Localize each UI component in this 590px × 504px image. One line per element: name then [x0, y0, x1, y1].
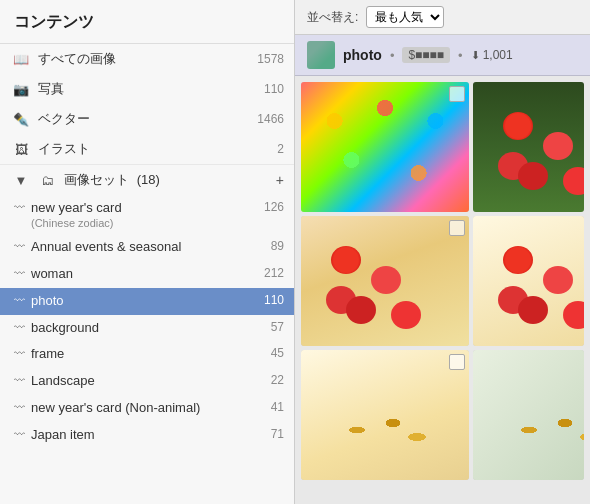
info-download: ⬇ 1,001 [471, 48, 513, 62]
tomato-image [301, 216, 469, 346]
select-checkbox-candy[interactable] [449, 86, 465, 102]
sidebar-label-vector: ベクター [38, 110, 257, 128]
image-grid [295, 76, 590, 504]
candy-image [301, 82, 469, 212]
camera-icon: 📷 [12, 82, 30, 97]
extra-image [473, 350, 584, 480]
sub-label-new-years-non: new year's card (Non-animal) [31, 400, 265, 417]
sort-select[interactable]: 最も人気 新着順 古い順 [366, 6, 444, 28]
sidebar-label-photo: 写真 [38, 80, 264, 98]
herb-image [473, 82, 584, 212]
sort-label: 並べ替え: [307, 9, 358, 26]
sub-label-woman: woman [31, 266, 258, 283]
wave-icon-7: 〰 [14, 401, 25, 413]
image-set-label: 画像セット (18) [64, 171, 270, 189]
sub-items-list: 〰 new year's card (Chinese zodiac) 126 〰… [0, 195, 294, 449]
sub-count-photo-set: 110 [264, 293, 284, 307]
image-row-2 [301, 216, 584, 346]
sidebar-item-photo[interactable]: 📷 写真 110 [0, 74, 294, 104]
main-content: 並べ替え: 最も人気 新着順 古い順 photo • $■■■■ • ⬇ 1,0… [295, 0, 590, 504]
sidebar-count-vector: 1466 [257, 112, 284, 126]
image-item-pasta2[interactable] [473, 216, 584, 346]
sub-label-photo-set: photo [31, 293, 258, 310]
sub-label-background: background [31, 320, 265, 337]
wave-icon-5: 〰 [14, 347, 25, 359]
dl-count: 1,001 [483, 48, 513, 62]
pasta-image [301, 350, 469, 480]
sidebar-item-frame[interactable]: 〰 frame 45 [0, 341, 294, 368]
add-set-button[interactable]: + [276, 172, 284, 188]
download-icon: ⬇ [471, 49, 480, 62]
info-title: photo [343, 47, 382, 63]
sub-count-japan-item: 71 [271, 427, 284, 441]
sub-count-background: 57 [271, 320, 284, 334]
info-sep-2: • [458, 48, 463, 63]
info-thumbnail [307, 41, 335, 69]
sub-count-landscape: 22 [271, 373, 284, 387]
sidebar-count-all-images: 1578 [257, 52, 284, 66]
sidebar-item-new-years-non[interactable]: 〰 new year's card (Non-animal) 41 [0, 395, 294, 422]
pen-icon: ✒️ [12, 112, 30, 127]
sub-count-new-years-card: 126 [264, 200, 284, 214]
main-toolbar: 並べ替え: 最も人気 新着順 古い順 [295, 0, 590, 35]
sidebar: コンテンツ 📖 すべての画像 1578 📷 写真 110 ✒️ ベクター 146… [0, 0, 295, 504]
select-checkbox-pasta[interactable] [449, 354, 465, 370]
pasta2-image [473, 216, 584, 346]
folder-icon: 🗂 [38, 173, 56, 188]
sub-sub-new-years-card: (Chinese zodiac) [31, 217, 258, 229]
sub-label-frame: frame [31, 346, 265, 363]
triangle-icon: ▼ [12, 173, 30, 188]
wave-icon-3: 〰 [14, 294, 25, 306]
wave-icon-0: 〰 [14, 201, 25, 213]
sidebar-main-section: 📖 すべての画像 1578 📷 写真 110 ✒️ ベクター 1466 🖼 イラ… [0, 44, 294, 165]
sub-label-annual-events: Annual events & seasonal [31, 239, 265, 256]
sidebar-count-illustration: 2 [277, 142, 284, 156]
sidebar-label-illustration: イラスト [38, 140, 277, 158]
image-set-header[interactable]: ▼ 🗂 画像セット (18) + [0, 165, 294, 195]
sidebar-item-illustration[interactable]: 🖼 イラスト 2 [0, 134, 294, 164]
image-row-3 [301, 350, 584, 480]
sidebar-item-new-years-card[interactable]: 〰 new year's card (Chinese zodiac) 126 [0, 195, 294, 234]
image-item-pasta[interactable] [301, 350, 469, 480]
image-icon: 🖼 [12, 142, 30, 157]
sidebar-item-background[interactable]: 〰 background 57 [0, 315, 294, 342]
info-bar: photo • $■■■■ • ⬇ 1,001 [295, 35, 590, 76]
sidebar-item-vector[interactable]: ✒️ ベクター 1466 [0, 104, 294, 134]
sub-label-new-years-card: new year's card [31, 200, 258, 217]
book-icon: 📖 [12, 52, 30, 67]
sidebar-title: コンテンツ [0, 0, 294, 44]
wave-icon-6: 〰 [14, 374, 25, 386]
sidebar-item-woman[interactable]: 〰 woman 212 [0, 261, 294, 288]
info-sep-1: • [390, 48, 395, 63]
sidebar-item-landscape[interactable]: 〰 Landscape 22 [0, 368, 294, 395]
sidebar-item-annual-events[interactable]: 〰 Annual events & seasonal 89 [0, 234, 294, 261]
wave-icon-2: 〰 [14, 267, 25, 279]
image-item-candy[interactable] [301, 82, 469, 212]
info-price: $■■■■ [402, 47, 450, 63]
wave-icon-1: 〰 [14, 240, 25, 252]
image-row-1 [301, 82, 584, 212]
wave-icon-8: 〰 [14, 428, 25, 440]
image-item-herb[interactable] [473, 82, 584, 212]
image-item-extra[interactable] [473, 350, 584, 480]
sidebar-item-photo-set[interactable]: 〰 photo 110 [0, 288, 294, 315]
sidebar-label-all-images: すべての画像 [38, 50, 257, 68]
sidebar-item-all-images[interactable]: 📖 すべての画像 1578 [0, 44, 294, 74]
sub-label-japan-item: Japan item [31, 427, 265, 444]
sidebar-item-japan-item[interactable]: 〰 Japan item 71 [0, 422, 294, 449]
sub-count-annual-events: 89 [271, 239, 284, 253]
select-checkbox-tomato[interactable] [449, 220, 465, 236]
wave-icon-4: 〰 [14, 321, 25, 333]
sub-count-frame: 45 [271, 346, 284, 360]
sub-count-new-years-non: 41 [271, 400, 284, 414]
sub-count-woman: 212 [264, 266, 284, 280]
image-item-tomato[interactable] [301, 216, 469, 346]
sidebar-count-photo: 110 [264, 82, 284, 96]
sub-label-landscape: Landscape [31, 373, 265, 390]
